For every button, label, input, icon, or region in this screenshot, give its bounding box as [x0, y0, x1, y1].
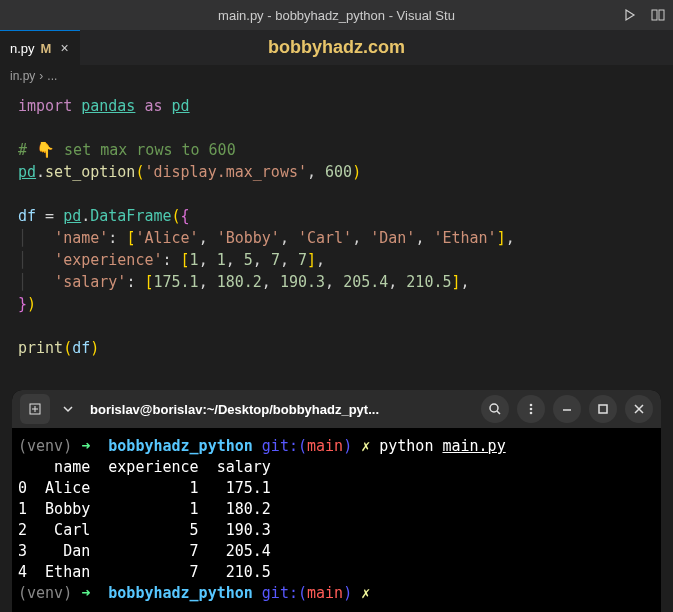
prompt-arrow: ➜ [81, 437, 90, 455]
prompt-git: git:( [262, 584, 307, 602]
num-arg: 600 [325, 163, 352, 181]
output-row: 1 Bobby 1 180.2 [18, 499, 655, 520]
search-icon[interactable] [481, 395, 509, 423]
dropdown-icon[interactable] [58, 394, 78, 424]
keyword-as: as [144, 97, 162, 115]
prompt-gitclose: ) [343, 437, 352, 455]
prompt-arrow: ➜ [81, 584, 90, 602]
terminal-title: borislav@borislav:~/Desktop/bobbyhadz_py… [90, 402, 379, 417]
dict-key: 'name' [54, 229, 108, 247]
num-val: 180.2 [217, 273, 262, 291]
svg-point-4 [530, 404, 533, 407]
ref-pd: pd [63, 207, 81, 225]
breadcrumb[interactable]: in.py › ... [0, 65, 673, 87]
str-arg: 'display.max_rows' [144, 163, 307, 181]
prompt-dirty: ✗ [361, 584, 370, 602]
prompt-gitclose: ) [343, 584, 352, 602]
terminal-body[interactable]: (venv) ➜ bobbyhadz_python git:(main) ✗ p… [12, 428, 661, 612]
num-val: 1 [190, 251, 199, 269]
menu-icon[interactable] [517, 395, 545, 423]
page-brand: bobbyhadz.com [268, 37, 405, 58]
prompt-venv: (venv) [18, 584, 72, 602]
fn-print: print [18, 339, 63, 357]
breadcrumb-file: in.py [10, 69, 35, 83]
prompt-venv: (venv) [18, 437, 72, 455]
cmd-file: main.py [442, 437, 505, 455]
code-editor[interactable]: import pandas as pd # 👇 set max rows to … [0, 87, 673, 367]
module-pandas: pandas [81, 97, 135, 115]
output-header: name experience salary [18, 457, 655, 478]
tab-bar: n.py M × bobbyhadz.com [0, 30, 673, 65]
str-val: 'Dan' [370, 229, 415, 247]
svg-point-6 [530, 412, 533, 415]
svg-rect-0 [652, 10, 657, 20]
tab-label: n.py [10, 41, 35, 56]
dict-key: 'experience' [54, 251, 162, 269]
svg-point-5 [530, 408, 533, 411]
window-titlebar: main.py - bobbyhadz_python - Visual Stu [0, 0, 673, 30]
prompt-dir: bobbyhadz_python [108, 437, 253, 455]
num-val: 175.1 [153, 273, 198, 291]
num-val: 5 [244, 251, 253, 269]
ref-pd: pd [18, 163, 36, 181]
breadcrumb-more: ... [47, 69, 57, 83]
class-dataframe: DataFrame [90, 207, 171, 225]
num-val: 1 [217, 251, 226, 269]
prompt-branch: main [307, 584, 343, 602]
new-tab-icon[interactable] [20, 394, 50, 424]
prompt-branch: main [307, 437, 343, 455]
terminal-header: borislav@borislav:~/Desktop/bobbyhadz_py… [12, 390, 661, 428]
svg-rect-1 [659, 10, 664, 20]
run-icon[interactable] [623, 8, 637, 22]
num-val: 205.4 [343, 273, 388, 291]
titlebar-actions [623, 8, 665, 22]
svg-rect-7 [599, 405, 607, 413]
cmd-python: python [379, 437, 433, 455]
prompt-git: git:( [262, 437, 307, 455]
output-row: 0 Alice 1 175.1 [18, 478, 655, 499]
dict-key: 'salary' [54, 273, 126, 291]
str-val: 'Bobby' [217, 229, 280, 247]
tab-modified-indicator: M [41, 41, 52, 56]
maximize-icon[interactable] [589, 395, 617, 423]
num-val: 7 [298, 251, 307, 269]
output-row: 3 Dan 7 205.4 [18, 541, 655, 562]
prompt-dirty: ✗ [361, 437, 370, 455]
num-val: 210.5 [406, 273, 451, 291]
terminal-panel: borislav@borislav:~/Desktop/bobbyhadz_py… [12, 390, 661, 612]
breadcrumb-sep: › [39, 69, 43, 83]
var-df: df [18, 207, 36, 225]
keyword-import: import [18, 97, 72, 115]
output-row: 2 Carl 5 190.3 [18, 520, 655, 541]
fn-set-option: set_option [45, 163, 135, 181]
comment: # 👇 set max rows to 600 [18, 141, 236, 159]
close-icon[interactable] [625, 395, 653, 423]
num-val: 7 [271, 251, 280, 269]
svg-point-3 [490, 404, 498, 412]
str-val: 'Ethan' [433, 229, 496, 247]
split-icon[interactable] [651, 8, 665, 22]
minimize-icon[interactable] [553, 395, 581, 423]
str-val: 'Alice' [135, 229, 198, 247]
prompt-dir: bobbyhadz_python [108, 584, 253, 602]
close-icon[interactable]: × [57, 40, 71, 56]
str-val: 'Carl' [298, 229, 352, 247]
num-val: 190.3 [280, 273, 325, 291]
var-df: df [72, 339, 90, 357]
output-row: 4 Ethan 7 210.5 [18, 562, 655, 583]
window-title: main.py - bobbyhadz_python - Visual Stu [218, 8, 455, 23]
alias-pd: pd [172, 97, 190, 115]
tab-main-py[interactable]: n.py M × [0, 30, 80, 65]
